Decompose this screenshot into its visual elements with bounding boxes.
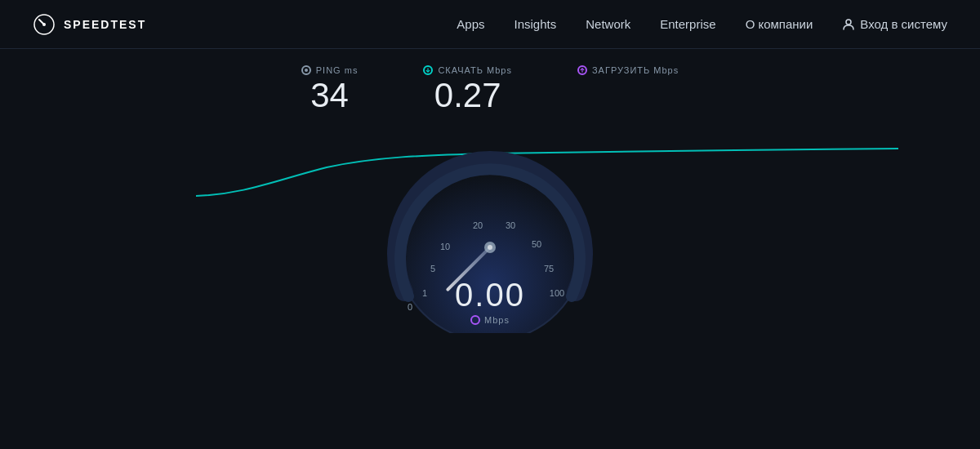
header: SPEEDTEST Apps Insights Network Enterpri… [0,0,980,49]
download-value: 0.27 [434,78,501,113]
login-label: Вход в систему [860,17,947,31]
main-nav: Apps Insights Network Enterprise О компа… [457,17,947,31]
user-icon [842,18,855,31]
ping-value: 34 [310,78,349,113]
download-label-text: СКАЧАТЬ Mbps [438,65,512,75]
nav-login[interactable]: Вход в систему [842,17,947,31]
nav-network[interactable]: Network [586,17,630,31]
download-stat: СКАЧАТЬ Mbps 0.27 [423,65,512,113]
speed-display: 0.00 Mbps [455,277,525,325]
svg-point-1 [42,23,46,26]
svg-point-16 [488,245,492,250]
upload-label: ЗАГРУЗИТЬ Mbps [577,65,679,75]
svg-text:20: 20 [473,220,483,230]
upload-stat: ЗАГРУЗИТЬ Mbps [577,65,679,78]
nav-insights[interactable]: Insights [514,17,557,31]
svg-text:5: 5 [430,264,435,273]
speed-unit-label: Mbps [484,315,510,325]
main-content: PING ms 34 СКАЧАТЬ Mbps 0.27 ЗАГРУЗИТЬ M… [0,49,980,449]
nav-enterprise[interactable]: Enterprise [660,17,715,31]
nav-about[interactable]: О компании [746,17,813,31]
logo: SPEEDTEST [33,13,146,36]
stats-row: PING ms 34 СКАЧАТЬ Mbps 0.27 ЗАГРУЗИТЬ M… [301,65,679,113]
svg-text:100: 100 [550,288,564,298]
svg-text:0: 0 [408,302,412,312]
upload-dot [577,65,587,75]
download-dot [423,65,433,75]
current-speed-value: 0.00 [455,277,525,313]
speed-unit: Mbps [470,315,510,325]
nav-apps[interactable]: Apps [457,17,484,31]
download-label: СКАЧАТЬ Mbps [423,65,512,75]
svg-point-3 [305,69,308,72]
speedtest-logo-icon [33,13,56,36]
logo-text: SPEEDTEST [64,18,146,31]
upload-label-text: ЗАГРУЗИТЬ Mbps [592,65,679,75]
svg-text:10: 10 [440,242,450,251]
ping-label-text: PING ms [316,65,359,75]
upload-unit-dot [470,315,480,325]
ping-label: PING ms [301,65,359,75]
speedometer-container: 0 1 5 10 20 30 50 75 100 [359,121,621,349]
svg-text:50: 50 [532,239,541,249]
ping-stat: PING ms 34 [301,65,359,113]
svg-text:75: 75 [544,264,554,273]
svg-text:30: 30 [506,220,515,230]
svg-text:1: 1 [422,288,427,298]
svg-point-2 [846,20,851,24]
ping-dot [301,65,311,75]
